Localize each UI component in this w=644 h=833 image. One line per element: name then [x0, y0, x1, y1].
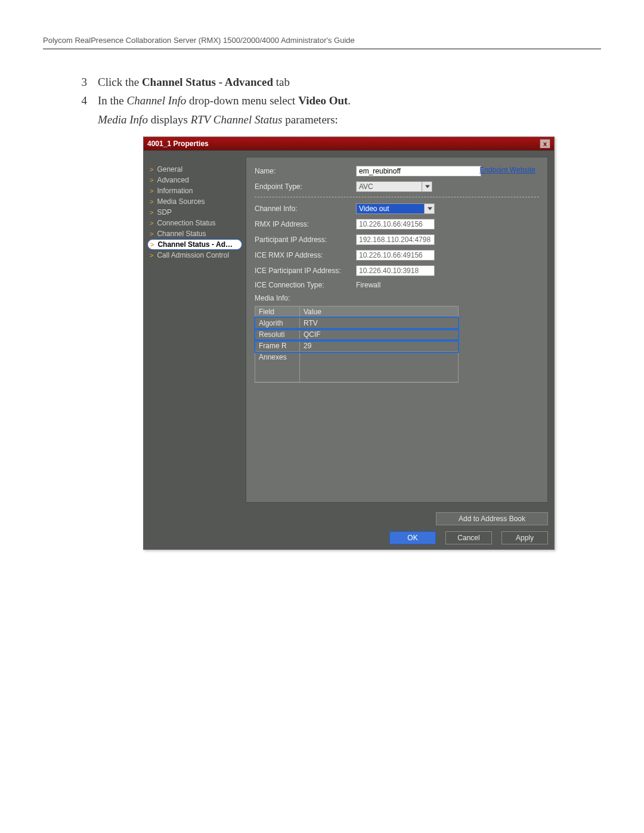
running-header: Polycom RealPresence Collaboration Serve…	[43, 36, 601, 45]
media-info-table: Field Value AlgorithRTVResolutiQCIFFrame…	[255, 306, 459, 383]
step-4-continuation: Media Info displays RTV Channel Status p…	[98, 111, 601, 128]
chevron-right-icon: >	[150, 176, 153, 184]
nav-item-label: Information	[157, 187, 193, 195]
chevron-right-icon: >	[150, 252, 153, 259]
dialog-title: 4001_1 Properties	[147, 140, 209, 148]
chevron-right-icon: >	[150, 241, 154, 248]
table-row: Annexes	[255, 352, 458, 382]
endpoint-website-link[interactable]: Endpoint Website	[479, 166, 535, 174]
chevron-right-icon: >	[150, 187, 153, 194]
cell-field: Algorith	[255, 318, 300, 329]
dialog-footer: Add to Address Book OK Cancel Apply	[144, 509, 554, 549]
label-name: Name:	[255, 167, 356, 175]
ok-button[interactable]: OK	[389, 531, 436, 544]
nav-item[interactable]: >Advanced	[150, 175, 242, 185]
ice-conn-type-value: Firewall	[356, 281, 380, 289]
chevron-right-icon: >	[150, 198, 153, 205]
table-row: AlgorithRTV	[255, 318, 458, 329]
chevron-right-icon: >	[150, 230, 153, 237]
step-4: 4 In the Channel Info drop-down menu sel…	[43, 92, 601, 109]
nav-item-label: Advanced	[157, 176, 188, 184]
header-rule	[43, 48, 601, 49]
label-participant-ip: Participant IP Address:	[255, 236, 356, 244]
nav-item-label: Media Sources	[157, 197, 205, 206]
step-3: 3 Click the Channel Status - Advanced ta…	[43, 73, 601, 91]
label-ice-rmx-ip: ICE RMX IP Address:	[255, 251, 356, 259]
nav-item[interactable]: >Channel Status	[150, 228, 242, 239]
properties-dialog: 4001_1 Properties x >General>Advanced>In…	[143, 137, 555, 550]
dialog-pane: Endpoint Website Name: Endpoint Type: AV…	[246, 157, 548, 503]
step-text: In the Channel Info drop-down menu selec…	[98, 92, 601, 109]
ice-participant-ip-field[interactable]	[356, 265, 435, 276]
col-field-header: Field	[255, 306, 300, 317]
nav-item[interactable]: >Call Admission Control	[150, 250, 242, 261]
cell-field: Frame R	[255, 340, 300, 351]
nav-item[interactable]: >Connection Status	[150, 218, 242, 228]
step-number: 3	[78, 73, 87, 91]
apply-button[interactable]: Apply	[501, 531, 548, 544]
cell-field: Resoluti	[255, 329, 300, 340]
table-header: Field Value	[255, 306, 458, 318]
cell-value: 29	[300, 340, 458, 351]
endpoint-type-select[interactable]: AVC	[356, 181, 432, 192]
nav-item-label: Channel Status	[157, 230, 206, 238]
chevron-down-icon	[422, 182, 432, 191]
channel-info-select[interactable]: Video out	[356, 203, 435, 214]
table-row: Frame R29	[255, 340, 458, 352]
step-number: 4	[78, 92, 87, 109]
label-channel-info: Channel Info:	[255, 205, 356, 213]
separator	[255, 197, 539, 197]
chevron-down-icon	[424, 204, 434, 213]
col-value-header: Value	[300, 306, 458, 317]
rmx-ip-field[interactable]	[356, 219, 435, 230]
chevron-right-icon: >	[150, 219, 153, 227]
label-ice-participant-ip: ICE Participant IP Address:	[255, 267, 356, 275]
table-row: ResolutiQCIF	[255, 329, 458, 340]
close-icon[interactable]: x	[540, 139, 550, 148]
nav-item-label: Channel Status - Ad…	[157, 240, 233, 249]
chevron-right-icon: >	[150, 209, 153, 216]
cell-value: QCIF	[300, 329, 458, 340]
cell-value: RTV	[300, 318, 458, 329]
label-endpoint-type: Endpoint Type:	[255, 182, 356, 191]
nav-item-label: SDP	[157, 208, 172, 216]
label-rmx-ip: RMX IP Address:	[255, 220, 356, 228]
cell-field: Annexes	[255, 352, 300, 382]
nav-item-label: General	[157, 165, 182, 174]
nav-item-label: Connection Status	[157, 219, 215, 227]
nav-item[interactable]: >Information	[150, 185, 242, 196]
nav-item[interactable]: >SDP	[150, 207, 242, 218]
dialog-titlebar: 4001_1 Properties x	[144, 137, 554, 151]
cell-value	[300, 352, 458, 382]
cancel-button[interactable]: Cancel	[445, 531, 492, 544]
label-ice-conn-type: ICE Connection Type:	[255, 281, 356, 289]
nav-item[interactable]: >Media Sources	[150, 196, 242, 207]
label-media-info: Media Info:	[255, 294, 539, 302]
dialog-nav: >General>Advanced>Information>Media Sour…	[144, 151, 246, 509]
name-field[interactable]	[356, 166, 481, 176]
participant-ip-field[interactable]	[356, 234, 435, 245]
nav-item-label: Call Admission Control	[157, 251, 229, 259]
step-text: Click the Channel Status - Advanced tab	[98, 73, 601, 91]
chevron-right-icon: >	[150, 166, 153, 173]
ice-rmx-ip-field[interactable]	[356, 250, 435, 261]
nav-item[interactable]: >General	[150, 164, 242, 175]
add-to-address-book-button[interactable]: Add to Address Book	[436, 512, 548, 525]
nav-item[interactable]: >Channel Status - Ad…	[147, 239, 242, 250]
